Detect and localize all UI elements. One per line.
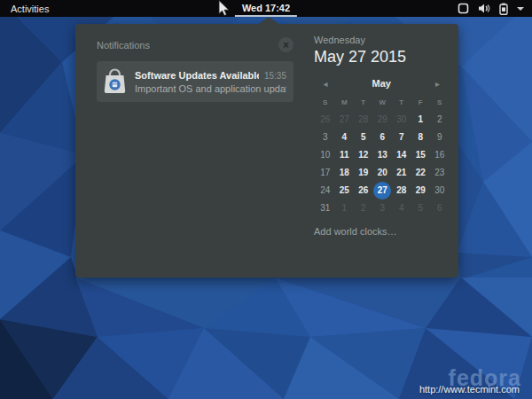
calendar-day[interactable]: 4 <box>393 200 411 217</box>
calendar-day[interactable]: 29 <box>373 111 391 129</box>
calendar-day[interactable]: 6 <box>373 129 391 146</box>
calendar-day[interactable]: 13 <box>373 146 391 164</box>
calendar-day[interactable]: 23 <box>431 164 449 182</box>
chevron-right-icon: ▸ <box>435 79 440 89</box>
calendar-day[interactable]: 14 <box>393 146 411 164</box>
notifications-section: Notifications × Soft <box>75 24 306 278</box>
calendar-day[interactable]: 2 <box>355 200 372 217</box>
next-month-button[interactable]: ▸ <box>426 79 450 89</box>
notifications-title: Notifications <box>97 40 150 51</box>
calendar-day[interactable]: 29 <box>411 182 429 200</box>
calendar-day[interactable]: 30 <box>393 111 411 129</box>
calendar-day[interactable]: 22 <box>411 164 429 182</box>
calendar-day[interactable]: 24 <box>317 182 334 200</box>
software-updates-icon <box>103 66 127 98</box>
month-navigation: ◂ May ▸ <box>314 78 450 89</box>
calendar-day[interactable]: 4 <box>335 129 353 146</box>
calendar-day[interactable]: 5 <box>411 200 429 217</box>
calendar-day-header: T <box>399 98 403 106</box>
popup-arrow <box>257 17 280 25</box>
calendar-day[interactable]: 19 <box>355 164 372 182</box>
close-icon: × <box>283 40 289 51</box>
calendar-day[interactable]: 26 <box>355 182 372 200</box>
calendar-day[interactable]: 8 <box>411 129 429 146</box>
calendar-day[interactable]: 18 <box>335 164 353 182</box>
notification-body: Important OS and application updates are… <box>135 83 286 94</box>
calendar-day-header: W <box>379 98 386 106</box>
network-icon <box>458 3 469 14</box>
calendar-day-selected[interactable]: 27 <box>373 182 391 200</box>
activities-button[interactable]: Activities <box>8 3 51 15</box>
calendar-day[interactable]: 17 <box>317 164 334 182</box>
calendar-day[interactable]: 27 <box>335 111 353 129</box>
calendar-date: May 27 2015 <box>314 48 450 66</box>
calendar-popup: Notifications × Soft <box>75 24 458 278</box>
clear-notifications-button[interactable]: × <box>278 37 293 52</box>
calendar-day[interactable]: 31 <box>317 200 334 217</box>
notification-time: 15:35 <box>264 71 286 81</box>
calendar-day[interactable]: 30 <box>431 182 449 200</box>
calendar-day[interactable]: 16 <box>431 146 449 164</box>
calendar-day[interactable]: 15 <box>411 146 429 164</box>
add-world-clocks-link[interactable]: Add world clocks… <box>314 226 450 237</box>
calendar-day[interactable]: 5 <box>355 129 372 146</box>
system-tray[interactable] <box>458 3 532 15</box>
calendar-day[interactable]: 28 <box>393 182 411 200</box>
calendar-day[interactable]: 11 <box>335 146 353 164</box>
prev-month-button[interactable]: ◂ <box>314 79 337 89</box>
battery-icon <box>499 3 508 15</box>
mouse-cursor <box>218 0 231 17</box>
url-watermark: http://www.tecmint.com <box>419 384 520 395</box>
chevron-left-icon: ◂ <box>323 79 327 89</box>
calendar-day[interactable]: 12 <box>355 146 372 164</box>
calendar-day[interactable]: 3 <box>317 129 334 146</box>
notification-title: Software Updates Available <box>135 70 259 81</box>
calendar-day-header: F <box>419 98 423 106</box>
calendar-day[interactable]: 6 <box>431 200 449 217</box>
chevron-down-icon <box>517 7 524 11</box>
top-bar: Activities Wed 17:42 <box>0 0 532 17</box>
calendar-day[interactable]: 3 <box>373 200 391 217</box>
calendar-day[interactable]: 26 <box>317 111 334 129</box>
calendar-day[interactable]: 1 <box>411 111 429 129</box>
calendar-day-header: T <box>361 98 365 106</box>
month-label: May <box>337 78 426 89</box>
notification-item[interactable]: Software Updates Available 15:35 Importa… <box>97 61 293 102</box>
calendar-day[interactable]: 28 <box>355 111 372 129</box>
desktop: Activities Wed 17:42 <box>0 0 532 399</box>
calendar-grid: SMTWTFS262728293012345678910111213141516… <box>316 93 450 217</box>
calendar-day-header: S <box>323 98 327 106</box>
calendar-day[interactable]: 20 <box>373 164 391 182</box>
calendar-day[interactable]: 10 <box>317 146 334 164</box>
calendar-day[interactable]: 25 <box>335 182 353 200</box>
calendar-day[interactable]: 7 <box>393 129 411 146</box>
calendar-day[interactable]: 2 <box>431 111 449 129</box>
volume-icon <box>478 3 490 14</box>
calendar-day-header: M <box>341 98 348 106</box>
calendar-day[interactable]: 21 <box>393 164 411 182</box>
calendar-weekday: Wednesday <box>314 35 450 45</box>
calendar-day[interactable]: 9 <box>431 129 449 146</box>
clock-button[interactable]: Wed 17:42 <box>235 0 297 17</box>
calendar-section: Wednesday May 27 2015 ◂ May ▸ SMTWTFS262… <box>306 24 460 278</box>
calendar-day[interactable]: 1 <box>335 200 353 217</box>
calendar-day-header: S <box>437 98 442 106</box>
